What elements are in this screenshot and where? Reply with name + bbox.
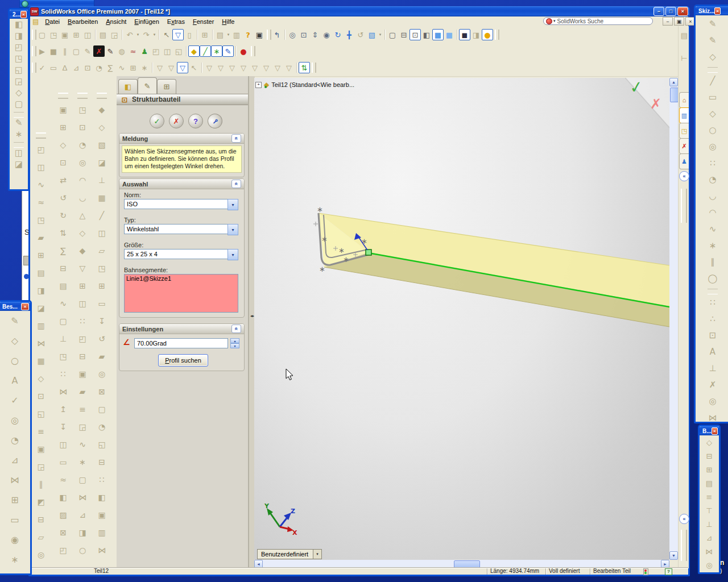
views-palette-titlebar[interactable]: 2... × <box>10 10 28 19</box>
features-tool-icon[interactable]: ○ <box>76 541 89 559</box>
features-tool-icon[interactable]: ◡ <box>76 189 89 206</box>
align-tool-icon[interactable]: ∿ <box>56 294 70 312</box>
align-tool-icon[interactable]: ↥ <box>56 400 70 418</box>
shadows-icon[interactable]: ◼ <box>459 29 470 40</box>
front-view-icon[interactable]: ◧ <box>11 19 26 30</box>
curvature-icon[interactable]: ∿ <box>116 62 127 73</box>
view-tool-icon[interactable]: ▰ <box>34 228 48 246</box>
view-tool-icon[interactable]: ◲ <box>34 458 48 475</box>
align-tool-icon[interactable]: ↻ <box>56 206 70 224</box>
features-tool-icon[interactable]: ▣ <box>76 365 89 383</box>
measure-icon[interactable]: ▭ <box>48 62 59 73</box>
align-tool-icon[interactable]: ▣ <box>56 101 70 118</box>
table-icon[interactable]: ⊞ <box>127 62 139 73</box>
size-select[interactable]: 25 x 25 x 4 ▾ <box>124 249 238 259</box>
spin-up-button[interactable]: ▴ <box>230 338 239 343</box>
minimize-button[interactable]: − <box>653 7 664 16</box>
dropdown-arrow-icon[interactable]: ▾ <box>228 249 238 260</box>
features-tool-icon[interactable]: ∷ <box>76 312 89 330</box>
shaded-icon[interactable]: ■ <box>432 29 444 40</box>
magnetic-toggle-icon[interactable]: ⇅ <box>299 62 310 73</box>
align-tool-icon[interactable]: ▢ <box>56 312 70 330</box>
ok-button[interactable]: ✓ <box>150 114 164 128</box>
toolbar-grip[interactable] <box>31 61 35 74</box>
view-tool-icon[interactable]: ◇ <box>34 369 48 387</box>
features-tool-icon[interactable]: ∿ <box>76 435 89 453</box>
save-icon[interactable]: ▣ <box>59 29 71 40</box>
zoom-to-selection-icon[interactable]: ◉ <box>321 29 332 40</box>
align-tool-icon[interactable]: ⊞ <box>56 118 70 136</box>
sketch-icon[interactable]: ✎ <box>705 15 720 32</box>
options-panel-icon[interactable]: ▤ <box>214 29 226 40</box>
surfaces-tool-icon[interactable]: ⊟ <box>95 453 109 471</box>
collapse-chevron-icon[interactable]: « <box>231 134 241 143</box>
filter-toggle-icon[interactable]: ▽ <box>154 62 166 73</box>
macro-pause-icon[interactable]: ∥ <box>59 45 71 57</box>
geometric-tolerance-icon[interactable]: ⊞ <box>7 490 22 510</box>
align-tool-icon[interactable]: ⋈ <box>56 383 70 400</box>
menu-ansicht[interactable]: Ansicht <box>102 18 130 26</box>
align-tool-icon[interactable]: ⇄ <box>56 171 70 189</box>
back-view-icon[interactable]: ◨ <box>11 30 26 41</box>
surfaces-tool-icon[interactable]: ▥ <box>95 523 109 541</box>
features-tool-icon[interactable]: ▽ <box>76 259 89 277</box>
dropdown-arrow-icon[interactable]: ▾ <box>228 224 238 235</box>
view-tool-icon[interactable]: ▣ <box>34 440 48 458</box>
surfaces-tool-icon[interactable]: ◔ <box>95 418 109 435</box>
features-tool-icon[interactable]: ∗ <box>76 453 89 471</box>
chamfer-dimension-icon[interactable]: ⊿ <box>702 531 717 544</box>
align-tool-icon[interactable]: ▨ <box>56 506 70 523</box>
help-button[interactable]: ? <box>188 114 203 128</box>
view-tool-icon[interactable]: ≈ <box>34 193 48 211</box>
cancel-button[interactable]: ✗ <box>169 114 184 128</box>
align-tool-icon[interactable]: ◇ <box>56 136 70 153</box>
collapse-chevron-icon[interactable]: « <box>231 180 241 188</box>
close-button[interactable]: × <box>677 7 688 16</box>
perpendicular-relation-icon[interactable]: ⊥ <box>705 360 720 376</box>
collapse-task-pane-icon[interactable]: « <box>679 171 689 181</box>
normal-to-icon[interactable]: ∗ <box>11 128 26 140</box>
wireframe-icon[interactable]: ▢ <box>387 29 398 40</box>
stop-process-icon[interactable]: ✗ <box>93 45 105 57</box>
scroll-right-icon[interactable]: ► <box>661 560 669 568</box>
menu-hilfe[interactable]: Hilfe <box>218 18 238 26</box>
walkthrough-icon[interactable]: ♟ <box>139 45 150 57</box>
vertical-scroll-thumb[interactable] <box>670 88 679 102</box>
surfaces-tool-icon[interactable]: ▧ <box>95 136 109 153</box>
mass-properties-icon[interactable]: Δ <box>59 62 71 73</box>
view-tool-icon[interactable]: ◱ <box>34 405 48 422</box>
options-dropdown-icon[interactable]: ▾ <box>226 29 231 40</box>
configurationmanager-tab[interactable]: ⊞ <box>157 79 176 94</box>
make-drawing-icon[interactable]: ⊞ <box>71 29 82 40</box>
deviation-icon[interactable]: ∗ <box>139 62 150 73</box>
weld-check-icon[interactable]: ⊿ <box>7 450 22 470</box>
surfaces-tool-icon[interactable]: ▢ <box>95 400 109 418</box>
3d-sketch-icon[interactable]: ✎ <box>705 32 720 48</box>
rotate-view-icon[interactable]: ↻ <box>332 29 344 40</box>
sketch-text-icon[interactable]: A <box>705 343 720 360</box>
align-tool-icon[interactable]: ∷ <box>56 365 70 383</box>
view-tool-icon[interactable]: ∥ <box>34 475 48 493</box>
modify-sketch-icon[interactable]: ◇ <box>705 48 720 65</box>
box-tool-icon[interactable]: ◰ <box>150 45 162 57</box>
surfaces-tool-icon[interactable]: ∷ <box>95 471 109 488</box>
features-tool-icon[interactable]: ⋈ <box>76 488 89 506</box>
features-tool-icon[interactable]: ≡ <box>76 400 89 418</box>
design-checker-icon[interactable]: ◔ <box>93 62 105 73</box>
view-tool-icon[interactable]: ▥ <box>34 317 48 334</box>
weld-symbol-icon[interactable]: ⋈ <box>7 470 22 490</box>
features-tool-icon[interactable]: ⊡ <box>76 118 89 136</box>
features-tool-icon[interactable]: △ <box>76 206 89 224</box>
horizontal-ordinate-icon[interactable]: ⊤ <box>702 504 717 517</box>
macro-run-icon[interactable]: ▶ <box>36 45 48 57</box>
curve-icon[interactable]: ≈ <box>127 45 139 57</box>
filter-vertices-icon[interactable]: ▽ <box>204 62 215 73</box>
three-point-arc-icon[interactable]: ◠ <box>705 204 720 221</box>
surfaces-tool-icon[interactable]: ⋈ <box>95 541 109 559</box>
menu-extras[interactable]: Extras <box>163 18 189 26</box>
align-tool-icon[interactable]: ⊡ <box>56 153 70 171</box>
scroll-left-icon[interactable]: ◄ <box>254 560 263 568</box>
view-tool-icon[interactable]: ◨ <box>34 281 48 299</box>
vertical-dimension-icon[interactable]: ⊞ <box>702 463 717 476</box>
align-tool-icon[interactable]: ≈ <box>56 471 70 488</box>
